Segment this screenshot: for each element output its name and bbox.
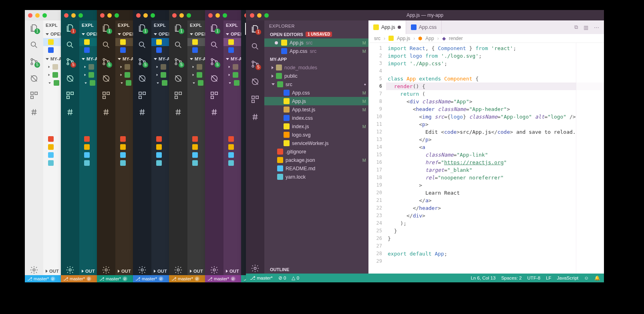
zoom-icon[interactable] bbox=[42, 13, 47, 18]
tree-item[interactable]: .gitignore bbox=[264, 147, 368, 156]
close-icon[interactable] bbox=[28, 13, 32, 18]
search-icon[interactable] bbox=[65, 40, 75, 50]
close-icon[interactable] bbox=[136, 13, 141, 18]
open-editor-item[interactable]: App.css srcM bbox=[264, 47, 368, 55]
settings-icon[interactable] bbox=[65, 265, 75, 275]
close-icon[interactable] bbox=[64, 13, 68, 18]
scm-icon[interactable]: 5 bbox=[250, 59, 260, 69]
minimap[interactable] bbox=[576, 43, 604, 274]
breadcrumb-part[interactable]: App bbox=[425, 36, 434, 41]
scm-icon[interactable]: 5 bbox=[65, 56, 75, 67]
extensions-icon[interactable] bbox=[250, 94, 260, 105]
open-editors-section[interactable]: OPEN EDITORS 1 UNSAVED bbox=[264, 30, 368, 38]
tree-item[interactable]: index.jsM bbox=[264, 122, 368, 131]
tree-item[interactable]: logo.svg bbox=[264, 131, 368, 139]
zoom-icon[interactable] bbox=[151, 13, 155, 18]
minimize-icon[interactable] bbox=[143, 13, 148, 18]
settings-icon[interactable] bbox=[137, 265, 147, 275]
files-icon[interactable]: 1 bbox=[137, 23, 147, 33]
search-icon[interactable] bbox=[137, 40, 147, 50]
code-area[interactable]: 1234567891011121314151617181920212223242… bbox=[368, 43, 604, 274]
debug-icon[interactable] bbox=[250, 76, 260, 87]
extensions-icon[interactable] bbox=[173, 90, 183, 101]
scm-icon[interactable]: 5 bbox=[29, 56, 39, 67]
minimize-icon[interactable] bbox=[107, 13, 112, 18]
settings-icon[interactable] bbox=[209, 265, 219, 275]
files-icon[interactable]: 1 bbox=[173, 23, 183, 33]
split-icon[interactable]: ▥ bbox=[584, 24, 588, 30]
tree-item[interactable]: index.css bbox=[264, 114, 368, 122]
close-icon[interactable] bbox=[172, 13, 177, 18]
tree-item[interactable]: serviceWorker.js bbox=[264, 139, 368, 147]
tree-item[interactable]: node_modules bbox=[264, 63, 368, 72]
search-icon[interactable] bbox=[29, 40, 39, 50]
extensions-icon[interactable] bbox=[65, 90, 75, 101]
settings-icon[interactable] bbox=[29, 265, 39, 275]
tree-item[interactable]: README.md bbox=[264, 164, 368, 173]
scm-icon[interactable]: 5 bbox=[137, 56, 147, 67]
code[interactable]: import React, { Component } from 'react'… bbox=[386, 43, 604, 274]
status-warnings[interactable]: △ 0 bbox=[292, 275, 299, 281]
project-section[interactable]: MY-APP bbox=[264, 55, 368, 63]
hash-icon[interactable] bbox=[65, 107, 75, 117]
minimize-icon[interactable] bbox=[215, 13, 220, 18]
scm-icon[interactable]: 5 bbox=[209, 56, 219, 67]
outline-section[interactable]: OUTLINE bbox=[264, 266, 368, 274]
status-branch[interactable]: ⎇ master* bbox=[250, 275, 273, 281]
extensions-icon[interactable] bbox=[29, 90, 39, 101]
breadcrumb-part[interactable]: src bbox=[374, 36, 380, 41]
files-icon[interactable]: 1 bbox=[101, 23, 111, 33]
tree-item[interactable]: App.test.jsM bbox=[264, 105, 368, 114]
bell-icon[interactable]: 🔔 bbox=[594, 275, 600, 281]
debug-icon[interactable] bbox=[101, 73, 111, 84]
extensions-icon[interactable] bbox=[101, 90, 111, 101]
open-editor-item[interactable]: App.js srcM bbox=[264, 38, 368, 47]
minimize-icon[interactable] bbox=[71, 13, 76, 18]
status-encoding[interactable]: UTF-8 bbox=[527, 276, 541, 280]
compare-icon[interactable]: ⧉ bbox=[574, 24, 578, 30]
tab-App-css[interactable]: App.css bbox=[406, 20, 442, 34]
tree-item[interactable]: public bbox=[264, 72, 368, 80]
hash-icon[interactable] bbox=[250, 112, 260, 122]
tree-item[interactable]: App.jsM bbox=[264, 97, 368, 105]
search-icon[interactable] bbox=[101, 40, 111, 50]
breadcrumb-part[interactable]: render bbox=[449, 36, 463, 41]
zoom-icon[interactable] bbox=[187, 13, 191, 18]
tab-App-js[interactable]: App.js bbox=[368, 20, 406, 34]
settings-icon[interactable] bbox=[101, 265, 111, 275]
titlebar[interactable]: App.js — my-app bbox=[246, 10, 604, 20]
debug-icon[interactable] bbox=[173, 73, 183, 84]
more-icon[interactable]: ⋯ bbox=[594, 24, 599, 30]
feedback-icon[interactable]: ☺ bbox=[584, 276, 589, 280]
close-icon[interactable] bbox=[100, 13, 105, 18]
files-icon[interactable]: 1 bbox=[29, 23, 39, 33]
scm-icon[interactable]: 5 bbox=[101, 56, 111, 67]
hash-icon[interactable] bbox=[101, 107, 111, 117]
extensions-icon[interactable] bbox=[209, 90, 219, 101]
hash-icon[interactable] bbox=[29, 107, 39, 117]
files-icon[interactable]: 1 bbox=[65, 23, 75, 33]
debug-icon[interactable] bbox=[137, 73, 147, 84]
hash-icon[interactable] bbox=[209, 107, 219, 117]
breadcrumb[interactable]: src›App.js›⬢App›◆render bbox=[368, 34, 604, 43]
status-eol[interactable]: LF bbox=[546, 276, 551, 280]
status-lncol[interactable]: Ln 6, Col 13 bbox=[471, 276, 495, 280]
tree-item[interactable]: src• bbox=[264, 80, 368, 89]
extensions-icon[interactable] bbox=[137, 90, 147, 101]
files-icon[interactable]: 1 bbox=[250, 24, 260, 34]
close-icon[interactable] bbox=[208, 13, 213, 18]
search-icon[interactable] bbox=[209, 40, 219, 50]
search-icon[interactable] bbox=[250, 41, 260, 52]
debug-icon[interactable] bbox=[29, 73, 39, 84]
zoom-icon[interactable] bbox=[115, 13, 119, 18]
minimize-icon[interactable] bbox=[35, 13, 40, 18]
tree-item[interactable]: App.cssM bbox=[264, 89, 368, 97]
zoom-icon[interactable] bbox=[223, 13, 227, 18]
zoom-icon[interactable] bbox=[78, 13, 83, 18]
zoom-icon[interactable] bbox=[264, 13, 269, 18]
files-icon[interactable]: 1 bbox=[209, 23, 219, 33]
hash-icon[interactable] bbox=[173, 107, 183, 117]
debug-icon[interactable] bbox=[65, 73, 75, 84]
breadcrumb-part[interactable]: App.js bbox=[397, 36, 410, 41]
settings-icon[interactable] bbox=[173, 265, 183, 275]
